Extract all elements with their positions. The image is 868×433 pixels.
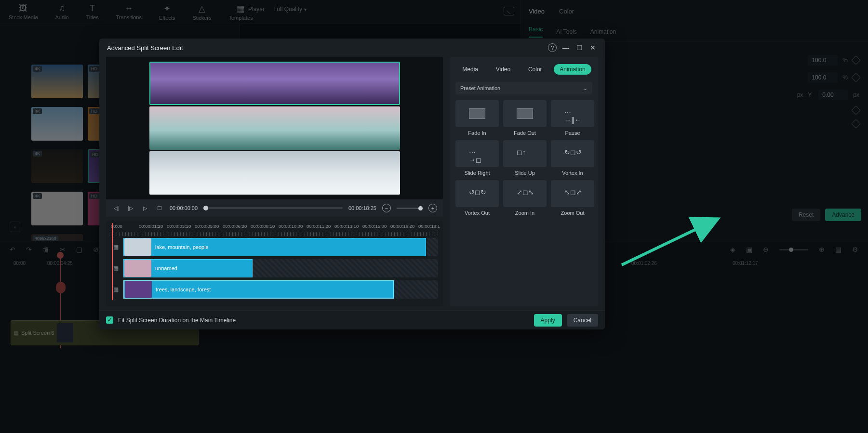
preview-slot-3[interactable] — [149, 151, 400, 195]
preview-zoom-slider[interactable] — [397, 208, 423, 209]
modal-timeline-track: ▦lake, mountain, people — [111, 237, 438, 257]
modal-tab-color[interactable]: Color — [522, 64, 548, 75]
animation-preset-vortex-out[interactable]: ↺◻↻Vortex Out — [455, 180, 499, 216]
animation-preset-label: Vortex Out — [465, 210, 490, 216]
modal-playhead[interactable] — [112, 223, 113, 300]
animation-preset-zoom-in[interactable]: ⤢◻⤡Zoom In — [503, 180, 547, 216]
ruler-tick: 00:00:08:10 — [251, 223, 275, 229]
maximize-icon[interactable]: ☐ — [575, 44, 584, 52]
modal-tab-animation[interactable]: Animation — [554, 64, 591, 75]
ruler-tick: 00:00:15:00 — [362, 223, 387, 229]
step-back-icon[interactable]: ◁| — [112, 204, 120, 212]
ruler-tick: 00:00:13:10 — [334, 223, 359, 229]
stop-icon[interactable]: ☐ — [155, 204, 164, 212]
modal-timeline-clip[interactable]: lake, mountain, people — [123, 238, 426, 256]
modal-tab-media[interactable]: Media — [456, 64, 484, 75]
cancel-button[interactable]: Cancel — [567, 314, 598, 327]
animation-preset-label: Zoom Out — [561, 210, 585, 216]
ruler-tick: 00:00:06:20 — [223, 223, 247, 229]
preview-slot-2[interactable] — [149, 106, 400, 150]
clip-label: trees, landscape, forest — [156, 287, 211, 292]
clip-label: lake, mountain, people — [155, 244, 209, 250]
ruler-tick: 00:00:01:20 — [139, 223, 163, 229]
minimize-icon[interactable]: — — [561, 44, 570, 52]
preview-scrubber[interactable] — [203, 207, 343, 209]
animation-preset-label: Slide Up — [515, 170, 535, 176]
clip-label: unnamed — [155, 265, 177, 271]
play-icon[interactable]: ▷ — [141, 204, 149, 212]
zoom-in-icon[interactable]: + — [428, 204, 437, 212]
animation-preset-slide-right[interactable]: ⋯→◻Slide Right — [455, 140, 499, 176]
modal-timeline-clip[interactable]: trees, landscape, forest — [123, 280, 394, 299]
current-time: 00:00:00:00 — [170, 205, 198, 211]
help-icon[interactable]: ? — [548, 43, 557, 52]
ruler-tick: 00:00:11:20 — [307, 223, 331, 229]
fit-duration-label: Fit Split Screen Duration on the Main Ti… — [118, 317, 236, 324]
ruler-tick: 00:00:18:1 — [418, 223, 440, 229]
animation-preset-pause[interactable]: ⋯→‖←Pause — [551, 100, 594, 136]
animation-preset-label: Slide Right — [464, 170, 490, 176]
fit-duration-checkbox[interactable]: ✓ — [106, 316, 113, 324]
modal-timeline: 00:0000:00:01:2000:00:03:1000:00:05:0000… — [106, 221, 443, 306]
preview-slot-1[interactable] — [149, 62, 400, 105]
close-icon[interactable]: ✕ — [588, 44, 597, 52]
animation-preset-slide-up[interactable]: ◻↑Slide Up — [503, 140, 547, 176]
step-forward-icon[interactable]: |▷ — [126, 204, 135, 212]
chevron-down-icon: ⌄ — [583, 85, 588, 92]
advanced-split-screen-modal: Advanced Split Screen Edit ? — ☐ ✕ ◁| |▷… — [99, 39, 605, 329]
modal-timeline-clip[interactable]: unnamed — [123, 259, 253, 277]
modal-timeline-ruler[interactable]: 00:0000:00:01:2000:00:03:1000:00:05:0000… — [111, 223, 438, 236]
zoom-out-icon[interactable]: − — [382, 204, 391, 212]
animation-preset-label: Pause — [565, 130, 580, 136]
animation-preset-fade-in[interactable]: Fade In — [455, 100, 499, 136]
animation-preset-fade-out[interactable]: Fade Out — [503, 100, 547, 136]
duration-time: 00:00:18:25 — [348, 205, 376, 211]
animation-preset-zoom-out[interactable]: ⤡◻⤢Zoom Out — [551, 180, 594, 216]
split-preview — [106, 57, 443, 199]
modal-title: Advanced Split Screen Edit — [107, 44, 183, 52]
animation-preset-label: Zoom In — [515, 210, 534, 216]
animation-preset-vortex-in[interactable]: ↻◻↺Vortex In — [551, 140, 594, 176]
modal-timeline-track: ▦unnamed — [111, 258, 438, 278]
ruler-tick: 00:00:05:00 — [195, 223, 219, 229]
animation-preset-label: Fade In — [468, 130, 486, 136]
apply-button[interactable]: Apply — [534, 314, 562, 327]
ruler-tick: 00:00:10:00 — [279, 223, 303, 229]
ruler-tick: 00:00:03:10 — [167, 223, 191, 229]
modal-side-tabs: MediaVideoColorAnimation — [454, 61, 594, 78]
animation-preset-label: Fade Out — [514, 130, 536, 136]
ruler-tick: 00:00:16:20 — [390, 223, 414, 229]
modal-timeline-track: ▦trees, landscape, forest — [111, 279, 438, 300]
preset-animation-dropdown[interactable]: Preset Animation ⌄ — [455, 82, 592, 94]
animation-preset-label: Vortex In — [562, 170, 583, 176]
modal-tab-video[interactable]: Video — [490, 64, 516, 75]
preview-controls: ◁| |▷ ▷ ☐ 00:00:00:00 00:00:18:25 − + — [106, 199, 443, 217]
modal-side-panel: MediaVideoColorAnimation Preset Animatio… — [450, 57, 598, 306]
